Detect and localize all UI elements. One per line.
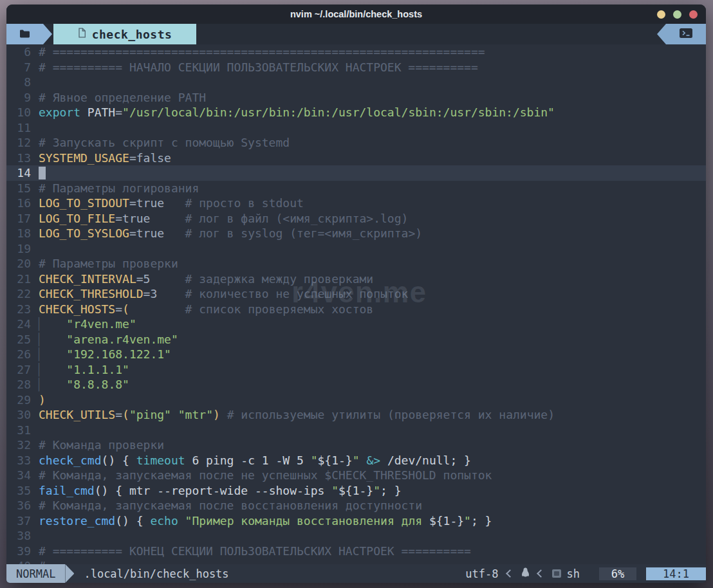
- code-lines: 6# =====================================…: [6, 44, 706, 564]
- line-content: [39, 75, 706, 90]
- line-content: ▏ "r4ven.me": [39, 317, 706, 332]
- line-content: ▏ "192.168.122.1": [39, 347, 706, 362]
- code-line[interactable]: 19: [6, 241, 706, 257]
- line-content: CHECK_UTILS=("ping" "mtr") # используемы…: [39, 407, 706, 423]
- code-line[interactable]: 8: [6, 75, 706, 90]
- code-line[interactable]: 32# Команда проверки: [6, 437, 706, 453]
- tabline: check_hosts: [6, 24, 706, 44]
- code-line[interactable]: 9# Явное определение PATH: [6, 90, 706, 106]
- filetype-label: sh: [567, 567, 580, 580]
- line-content: [39, 528, 706, 544]
- line-number: 30: [6, 407, 31, 423]
- code-line[interactable]: 24▏ "r4ven.me": [6, 317, 706, 332]
- statusline: NORMAL .local/bin/check_hosts utf-8 sh 6…: [6, 564, 706, 583]
- line-number: 25: [6, 332, 31, 347]
- line-number: 27: [6, 362, 31, 378]
- line-content: CHECK_HOSTS=( # список проверяемых хосто…: [39, 302, 706, 317]
- line-number: 32: [6, 437, 31, 453]
- line-content: ): [39, 392, 706, 408]
- code-line[interactable]: 36# Команда, запускаемая после восстанов…: [6, 498, 706, 513]
- line-content: # Параметры логирования: [39, 181, 706, 196]
- line-content: [39, 165, 706, 181]
- code-line[interactable]: 23CHECK_HOSTS=( # список проверяемых хос…: [6, 302, 706, 317]
- line-content: export PATH="/usr/local/bin:/usr/bin:/bi…: [39, 105, 706, 120]
- code-line[interactable]: 12# Запускать скрипт с помощью Systemd: [6, 135, 706, 151]
- code-line[interactable]: 38: [6, 528, 706, 544]
- code-line[interactable]: 17LOG_TO_FILE=true # лог в файл (<имя_ск…: [6, 211, 706, 226]
- position-segment: 14:1: [646, 567, 706, 580]
- line-content: LOG_TO_FILE=true # лог в файл (<имя_скри…: [39, 211, 706, 226]
- code-line[interactable]: 40# ====================================…: [6, 558, 706, 564]
- line-content: # ========== НАЧАЛО СЕКЦИИ ПОЛЬЗОВАТЕЛЬС…: [39, 60, 706, 75]
- code-line[interactable]: 26▏ "192.168.122.1": [6, 347, 706, 362]
- tabline-spacer: [196, 24, 657, 44]
- line-content: ▏ "arena.r4ven.me": [39, 332, 706, 347]
- terminal-toggle-segment[interactable]: [666, 24, 706, 44]
- code-area[interactable]: 6# =====================================…: [6, 44, 706, 564]
- zoom-button[interactable]: [673, 10, 681, 19]
- code-line[interactable]: 28▏ "8.8.8.8": [6, 377, 706, 392]
- code-line[interactable]: 22CHECK_THRESHOLD=3 # количество не успе…: [6, 286, 706, 302]
- code-line[interactable]: 11: [6, 120, 706, 136]
- line-number: 34: [6, 468, 31, 483]
- code-line[interactable]: 13SYSTEMD_USAGE=false: [6, 151, 706, 166]
- code-line[interactable]: 21CHECK_INTERVAL=5 # задержка между пров…: [6, 271, 706, 287]
- chevron-left-icon: [537, 569, 545, 578]
- encoding-label: utf-8: [465, 567, 498, 580]
- file-explorer-segment[interactable]: [6, 24, 43, 44]
- line-content: CHECK_INTERVAL=5 # задержка между провер…: [39, 271, 706, 287]
- line-number: 37: [6, 513, 31, 529]
- line-number: 11: [6, 120, 31, 136]
- powerline-arrow: [657, 24, 666, 44]
- line-content: # ======================================…: [39, 44, 706, 60]
- code-line[interactable]: 18LOG_TO_SYSLOG=true # лог в syslog (тег…: [6, 226, 706, 241]
- code-line[interactable]: 6# =====================================…: [6, 44, 706, 60]
- line-number: 19: [6, 241, 31, 257]
- code-line[interactable]: 35fail_cmd() { mtr --report-wide --show-…: [6, 483, 706, 499]
- line-number: 18: [6, 226, 31, 241]
- code-line[interactable]: 7# ========== НАЧАЛО СЕКЦИИ ПОЛЬЗОВАТЕЛЬ…: [6, 60, 706, 75]
- code-line[interactable]: 37restore_cmd() { echo "Пример команды в…: [6, 513, 706, 529]
- window-title: nvim ~/.local/bin/check_hosts: [290, 9, 422, 19]
- line-number: 39: [6, 544, 31, 559]
- line-content: fail_cmd() { mtr --report-wide --show-ip…: [39, 483, 706, 499]
- line-number: 22: [6, 286, 31, 302]
- line-number: 20: [6, 256, 31, 271]
- line-number: 15: [6, 181, 31, 196]
- code-line[interactable]: 10export PATH="/usr/local/bin:/usr/bin:/…: [6, 105, 706, 120]
- code-line[interactable]: 15# Параметры логирования: [6, 181, 706, 196]
- cursor-block: [39, 167, 46, 179]
- line-number: 31: [6, 423, 31, 438]
- code-line[interactable]: 16LOG_TO_STDOUT=true # просто в stdout: [6, 196, 706, 211]
- linux-penguin-icon: [521, 567, 530, 580]
- statusline-right: utf-8 sh 6% 14:1: [465, 564, 706, 583]
- line-content: # Команда, запускаемая после восстановле…: [39, 498, 706, 513]
- titlebar[interactable]: nvim ~/.local/bin/check_hosts: [6, 5, 706, 24]
- tab-check-hosts[interactable]: check_hosts: [53, 24, 196, 44]
- line-content: # Параметры проверки: [39, 256, 706, 271]
- code-line[interactable]: 33check_cmd() { timeout 6 ping -c 1 -W 5…: [6, 453, 706, 468]
- code-line[interactable]: 27▏ "1.1.1.1": [6, 362, 706, 378]
- shell-filetype-icon: [552, 567, 561, 580]
- line-number: 26: [6, 347, 31, 362]
- code-line[interactable]: 31: [6, 423, 706, 438]
- code-line[interactable]: 14: [6, 165, 706, 181]
- line-number: 16: [6, 196, 31, 211]
- line-content: ▏ "1.1.1.1": [39, 362, 706, 378]
- code-line[interactable]: 29): [6, 392, 706, 408]
- cursor-position: 14:1: [663, 567, 689, 580]
- line-number: 40: [6, 558, 31, 564]
- code-line[interactable]: 34# Команда, запускаемая после не успешн…: [6, 468, 706, 483]
- code-line[interactable]: 25▏ "arena.r4ven.me": [6, 332, 706, 347]
- code-line[interactable]: 39# ========== КОНЕЦ СЕКЦИИ ПОЛЬЗОВАТЕЛЬ…: [6, 544, 706, 559]
- chevron-left-icon: [506, 569, 514, 578]
- powerline-arrow: [65, 564, 74, 583]
- line-number: 9: [6, 90, 31, 106]
- code-line[interactable]: 30CHECK_UTILS=("ping" "mtr") # используе…: [6, 407, 706, 423]
- line-number: 29: [6, 392, 31, 408]
- close-button[interactable]: [689, 10, 698, 19]
- line-number: 23: [6, 302, 31, 317]
- minimize-button[interactable]: [657, 10, 665, 19]
- code-line[interactable]: 20# Параметры проверки: [6, 256, 706, 271]
- line-content: CHECK_THRESHOLD=3 # количество не успешн…: [39, 286, 706, 302]
